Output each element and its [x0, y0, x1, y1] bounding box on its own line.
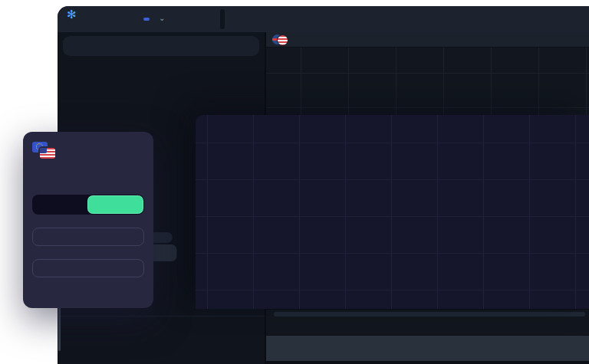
watchlist-tabs — [63, 36, 259, 56]
positions-bar — [266, 335, 589, 361]
newspaper-icon — [155, 249, 163, 257]
topbar: ✻ ⌄ — [58, 6, 589, 32]
main-nav — [220, 9, 225, 29]
ethusd-flag-icon — [32, 142, 57, 160]
brand-logo: ✻ — [67, 8, 77, 21]
chart-scrollbar[interactable] — [274, 312, 585, 316]
sell-buy-toggle — [32, 195, 144, 215]
watchlist-header — [58, 57, 265, 65]
volume-sparkline — [525, 89, 589, 115]
server-selector[interactable]: ⌄ — [143, 6, 165, 32]
point-size-input[interactable] — [32, 259, 144, 277]
floating-chart[interactable] — [196, 115, 589, 309]
time-axis — [266, 309, 589, 335]
chevron-down-icon: ⌄ — [159, 14, 165, 22]
match-trader-logo-icon: ✻ — [67, 8, 77, 20]
bottom-strip — [266, 361, 589, 364]
search-icon[interactable] — [244, 41, 254, 51]
order-ticket-header — [32, 139, 144, 162]
sidebar-scrollbar[interactable] — [58, 307, 61, 351]
buy-button[interactable] — [88, 196, 143, 213]
candlestick-chart — [196, 115, 589, 309]
nominal-value-input[interactable] — [32, 228, 144, 246]
live-badge — [143, 18, 150, 21]
divider — [58, 316, 265, 316]
order-ticket — [23, 132, 153, 308]
gbpusd-flag-icon — [272, 34, 288, 45]
page: ✻ ⌄ — [0, 0, 589, 364]
sell-button[interactable] — [34, 196, 88, 213]
chart-header — [266, 32, 589, 48]
